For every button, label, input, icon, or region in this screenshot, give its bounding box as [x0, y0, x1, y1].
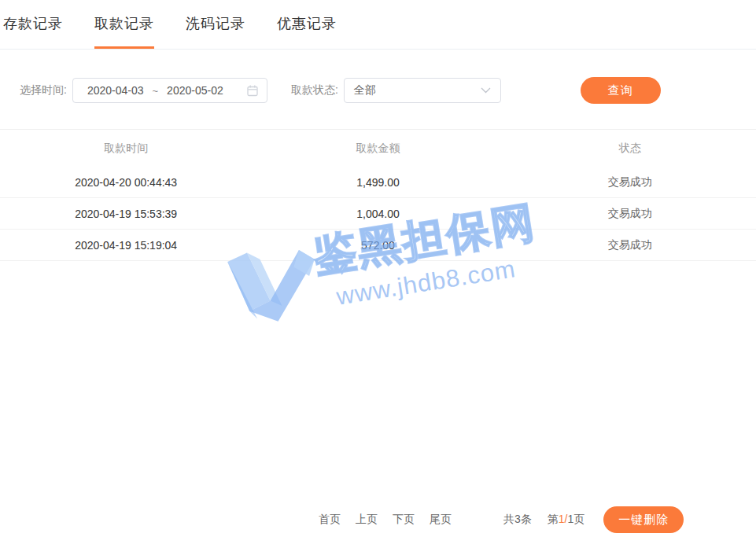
first-page-link[interactable]: 首页 — [319, 513, 341, 527]
pagination-bar: 首页 上页 下页 尾页 共3条 第1/1页 一键删除 — [0, 506, 756, 533]
prev-page-link[interactable]: 上页 — [356, 513, 378, 527]
table-row: 2020-04-19 15:19:04 572.00 交易成功 — [0, 230, 756, 261]
tab-deposit-records[interactable]: 存款记录 — [3, 0, 63, 49]
table-row: 2020-04-19 15:53:39 1,004.00 交易成功 — [0, 198, 756, 230]
tab-withdrawal-records[interactable]: 取款记录 — [94, 0, 154, 49]
table-body: 2020-04-20 00:44:43 1,499.00 交易成功 2020-0… — [0, 167, 756, 261]
cell-withdraw-time: 2020-04-20 00:44:43 — [0, 176, 252, 189]
current-page-number: 1 — [559, 513, 565, 525]
next-page-link[interactable]: 下页 — [393, 513, 415, 527]
cell-withdraw-amount: 1,499.00 — [252, 176, 503, 189]
cell-withdraw-amount: 572.00 — [252, 239, 503, 252]
withdrawal-records-page: 存款记录 取款记录 洗码记录 优惠记录 选择时间: 2020-04-03 ~ 2… — [0, 0, 756, 548]
last-page-link[interactable]: 尾页 — [430, 513, 452, 527]
table-header-row: 取款时间 取款金额 状态 — [0, 130, 756, 167]
page-indicator-prefix: 第 — [548, 513, 559, 525]
tab-rebate-records[interactable]: 洗码记录 — [186, 0, 245, 49]
delete-all-button[interactable]: 一键删除 — [603, 506, 684, 533]
chevron-down-icon — [481, 87, 491, 94]
header-withdraw-time: 取款时间 — [0, 142, 252, 156]
records-tab-bar: 存款记录 取款记录 洗码记录 优惠记录 — [0, 0, 756, 50]
time-filter-label: 选择时间: — [20, 83, 67, 97]
total-count-label: 共3条 — [503, 513, 532, 527]
header-withdraw-amount: 取款金额 — [252, 142, 503, 156]
cell-withdraw-amount: 1,004.00 — [252, 208, 503, 220]
date-range-separator: ~ — [153, 85, 159, 97]
cell-withdraw-time: 2020-04-19 15:53:39 — [0, 208, 252, 220]
watermark-site-url: www.jhdb8.com — [334, 255, 518, 311]
filter-bar: 选择时间: 2020-04-03 ~ 2020-05-02 取款状态: 全部 — [0, 78, 756, 103]
status-select-value: 全部 — [354, 83, 376, 97]
page-indicator-suffix: 页 — [573, 513, 585, 525]
cell-status: 交易成功 — [504, 238, 756, 252]
date-range-input[interactable]: 2020-04-03 ~ 2020-05-02 — [72, 78, 267, 103]
cell-status: 交易成功 — [504, 207, 756, 221]
cell-status: 交易成功 — [504, 175, 756, 189]
query-button[interactable]: 查询 — [581, 77, 661, 104]
status-select[interactable]: 全部 — [344, 78, 501, 103]
pagination-links: 首页 上页 下页 尾页 — [319, 513, 452, 527]
page-indicator: 第1/1页 — [548, 513, 585, 527]
header-status: 状态 — [504, 142, 756, 156]
calendar-icon[interactable] — [246, 84, 259, 97]
tab-promo-records[interactable]: 优惠记录 — [277, 0, 337, 49]
date-end-value[interactable]: 2020-05-02 — [167, 84, 223, 97]
cell-withdraw-time: 2020-04-19 15:19:04 — [0, 239, 252, 252]
date-start-value[interactable]: 2020-04-03 — [87, 84, 144, 97]
status-filter-label: 取款状态: — [291, 83, 338, 97]
table-row: 2020-04-20 00:44:43 1,499.00 交易成功 — [0, 167, 756, 198]
